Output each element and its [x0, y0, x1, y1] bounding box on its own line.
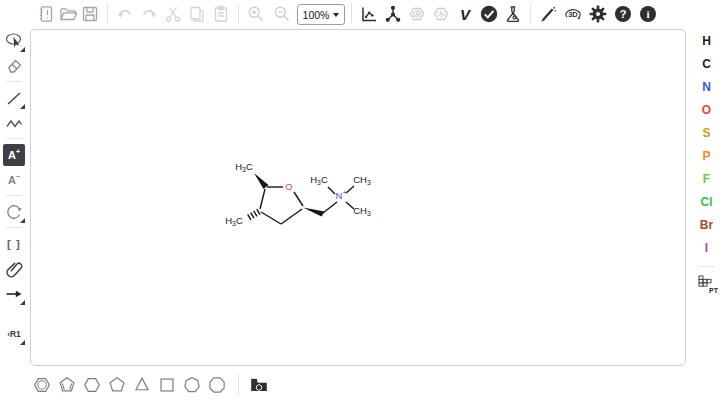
- redo-button[interactable]: [138, 3, 160, 25]
- periodic-table-button[interactable]: PT: [696, 272, 718, 298]
- cut-button[interactable]: [162, 3, 184, 25]
- topbar-divider: [351, 3, 352, 24]
- help-button[interactable]: ?: [612, 3, 634, 25]
- single-bond-button[interactable]: [3, 87, 25, 109]
- template-cyclooctane-button[interactable]: [205, 373, 229, 397]
- zoom-level-dropdown[interactable]: 100%: [297, 4, 345, 25]
- bond[interactable]: [260, 189, 265, 209]
- copy-button[interactable]: [186, 3, 208, 25]
- zoom-in-icon: [246, 4, 266, 24]
- chain-button[interactable]: [3, 112, 25, 134]
- bond[interactable]: [323, 202, 337, 213]
- check-structure-button[interactable]: [478, 3, 500, 25]
- topbar-divider: [238, 3, 239, 24]
- wedge-bond[interactable]: [303, 208, 325, 217]
- element-C-button[interactable]: C: [696, 53, 718, 74]
- clean-up-button[interactable]: [382, 3, 404, 25]
- dearomatize-button[interactable]: A: [430, 3, 452, 25]
- attach-button[interactable]: [3, 258, 25, 280]
- rotate-3d-button[interactable]: 3D: [562, 3, 584, 25]
- zoom-in-button[interactable]: [245, 3, 267, 25]
- template-cyclohexane-button[interactable]: [80, 373, 104, 397]
- open-button[interactable]: [57, 3, 79, 25]
- element-H-button[interactable]: H: [696, 30, 718, 51]
- app-group: 3D ?: [537, 3, 659, 25]
- hash-bond[interactable]: [247, 212, 259, 219]
- topbar-divider: [530, 3, 531, 24]
- element-I-button[interactable]: I: [696, 237, 718, 258]
- top-toolbar: 100%: [0, 0, 720, 28]
- atom-label[interactable]: H3C: [235, 161, 253, 173]
- stereochemistry-button[interactable]: V: [454, 3, 476, 25]
- right-toolbar-divider: [699, 266, 715, 267]
- wedge-bond[interactable]: [254, 173, 269, 189]
- r-group-button[interactable]: ›R1: [3, 323, 25, 345]
- atom-label[interactable]: O: [285, 181, 292, 192]
- paste-button[interactable]: [210, 3, 232, 25]
- template-toolbar: [30, 372, 272, 398]
- element-F-button[interactable]: F: [696, 168, 718, 189]
- undo-button[interactable]: [114, 3, 136, 25]
- atom-label[interactable]: H3C: [310, 174, 328, 186]
- cyclobutane-icon: [156, 374, 178, 396]
- draw-3d-button[interactable]: [537, 3, 559, 25]
- cyclopentadiene-icon: [56, 374, 78, 396]
- save-button[interactable]: [79, 3, 101, 25]
- periodic-table-icon: PT: [696, 273, 718, 297]
- template-benzene-button[interactable]: [30, 373, 54, 397]
- template-cyclopropane-button[interactable]: [130, 373, 154, 397]
- file-group: [35, 3, 101, 25]
- drawing-canvas[interactable]: H3CH3CON+H3CCH3CH3: [30, 29, 686, 366]
- draw-3d-icon: [538, 4, 558, 24]
- atom-label[interactable]: H3C: [225, 215, 243, 227]
- clear-canvas-button[interactable]: [35, 3, 57, 25]
- template-cyclopentadiene-button[interactable]: [55, 373, 79, 397]
- dropdown-indicator: [20, 300, 25, 305]
- zoom-dropdown-caret: [333, 13, 339, 17]
- element-S-button[interactable]: S: [696, 122, 718, 143]
- element-N-button[interactable]: N: [696, 76, 718, 97]
- bond[interactable]: [346, 186, 354, 193]
- template-cyclopentane-button[interactable]: [105, 373, 129, 397]
- bond[interactable]: [294, 192, 303, 206]
- zoom-out-button[interactable]: [271, 3, 293, 25]
- reaction-arrow-button[interactable]: [3, 283, 25, 305]
- s-group-button[interactable]: [ ]: [3, 233, 25, 255]
- element-P-button[interactable]: P: [696, 145, 718, 166]
- lasso-selection-button[interactable]: [3, 30, 25, 52]
- about-button[interactable]: i: [637, 3, 659, 25]
- benzene-icon: [31, 374, 53, 396]
- help-glyph: ?: [620, 8, 627, 20]
- help-icon: ?: [615, 6, 632, 23]
- atom-label[interactable]: CH3: [353, 205, 371, 217]
- template-cyclobutane-button[interactable]: [155, 373, 179, 397]
- custom-templates-button[interactable]: [247, 373, 271, 397]
- erase-button[interactable]: [3, 55, 25, 77]
- charge-minus-button[interactable]: A−: [3, 169, 25, 191]
- zoom-out-icon: [272, 4, 292, 24]
- molecule: H3CH3CON+H3CCH3CH3: [31, 30, 687, 367]
- aromatize-icon: A: [407, 4, 427, 24]
- r-group-icon: ›R1: [7, 329, 21, 339]
- element-Br-button[interactable]: Br: [696, 214, 718, 235]
- bond[interactable]: [328, 187, 335, 194]
- template-cycloheptane-button[interactable]: [180, 373, 204, 397]
- bond[interactable]: [281, 209, 302, 224]
- rotate-3d-icon: 3D: [563, 4, 583, 24]
- svg-text:A: A: [439, 11, 443, 17]
- aromatize-button[interactable]: A: [406, 3, 428, 25]
- atom-label[interactable]: CH3: [353, 174, 371, 186]
- calculated-values-button[interactable]: [502, 3, 524, 25]
- element-Cl-button[interactable]: Cl: [696, 191, 718, 212]
- charge-plus-button[interactable]: A+: [3, 144, 25, 166]
- clear-canvas-icon: [36, 4, 56, 24]
- paste-icon: [211, 4, 231, 24]
- element-O-button[interactable]: O: [696, 99, 718, 120]
- layout-button[interactable]: [358, 3, 380, 25]
- bond[interactable]: [261, 212, 281, 224]
- settings-button[interactable]: [587, 3, 609, 25]
- open-icon: [58, 4, 78, 24]
- atom-label[interactable]: N+: [336, 189, 347, 201]
- copy-icon: [187, 4, 207, 24]
- rotate-tool-button[interactable]: [3, 201, 25, 223]
